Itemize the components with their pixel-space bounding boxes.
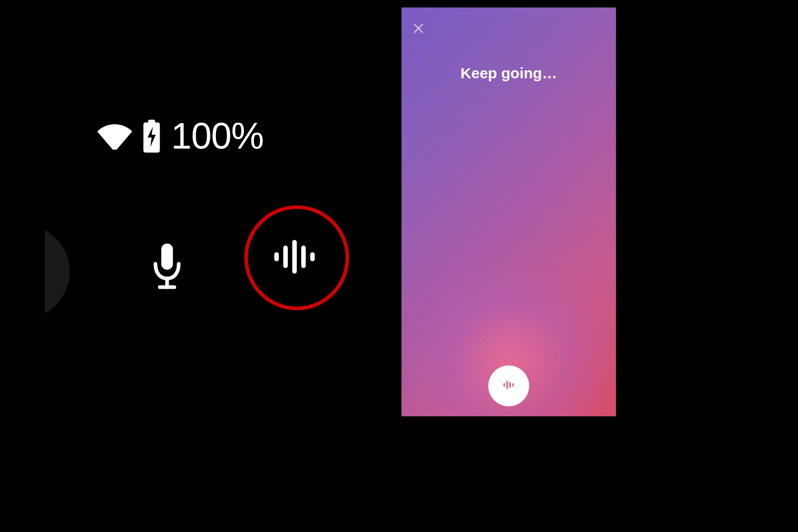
close-icon: [412, 27, 424, 36]
status-bar: 100%: [97, 115, 263, 157]
control-row: [0, 209, 349, 319]
microphone-button[interactable]: [145, 242, 190, 297]
svg-rect-14: [509, 382, 511, 388]
svg-rect-2: [161, 243, 173, 270]
svg-rect-12: [504, 383, 505, 387]
edge-handle[interactable]: [20, 224, 70, 319]
svg-rect-9: [310, 252, 315, 261]
recording-prompt: Keep going…: [401, 65, 616, 82]
battery-percentage: 100%: [171, 115, 263, 157]
svg-rect-15: [512, 383, 514, 387]
svg-rect-13: [506, 381, 508, 389]
sound-search-button[interactable]: [244, 205, 349, 310]
svg-rect-7: [292, 240, 297, 274]
battery-charging-icon: [141, 120, 162, 153]
sound-search-icon: [274, 237, 319, 279]
status-panel: 100%: [0, 0, 399, 532]
record-button[interactable]: [488, 365, 529, 406]
wifi-icon: [97, 122, 132, 150]
voice-recording-panel: Keep going…: [401, 7, 616, 416]
svg-rect-8: [301, 246, 306, 268]
close-button[interactable]: [412, 22, 427, 37]
svg-rect-5: [274, 252, 279, 261]
microphone-icon: [150, 243, 185, 295]
svg-rect-1: [148, 120, 155, 124]
waveform-icon: [502, 378, 516, 394]
svg-rect-6: [283, 246, 288, 268]
